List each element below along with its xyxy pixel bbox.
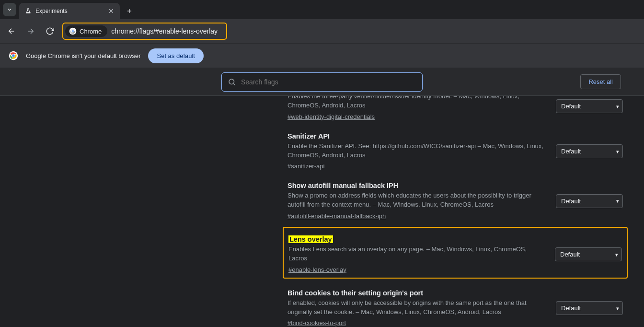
reset-all-button[interactable]: Reset all <box>580 74 621 89</box>
flag-title: Sanitizer API <box>288 132 545 140</box>
flag-state-select[interactable]: DefaultEnabledDisabled <box>555 247 622 261</box>
flag-item-highlighted: Lens overlayEnables Lens search via an o… <box>283 227 628 279</box>
flag-title-highlight: Lens overlay <box>288 235 333 243</box>
reload-icon <box>46 27 54 35</box>
flag-select-wrap: DefaultEnabledDisabled <box>556 96 628 121</box>
flag-text: Enables the three-party verifier/holder/… <box>283 96 548 121</box>
search-flags-input[interactable] <box>241 78 416 86</box>
flag-select-wrap: DefaultEnabledDisabled <box>556 182 628 220</box>
infobar-message: Google Chrome isn't your default browser <box>26 52 140 59</box>
address-bar-highlight: Chrome <box>62 23 227 40</box>
flag-description: If enabled, cookies will only be accessi… <box>288 299 545 317</box>
back-button[interactable] <box>5 24 18 38</box>
address-bar-input[interactable] <box>111 27 221 35</box>
flag-title: Lens overlay <box>288 235 544 243</box>
flag-anchor-link[interactable]: #autofill-enable-manual-fallback-iph <box>288 212 386 220</box>
flag-state-select[interactable]: DefaultEnabledDisabled <box>556 99 623 113</box>
flag-text: Show autofill manual fallback IPHShow a … <box>283 182 548 220</box>
flag-row: Enables the three-party verifier/holder/… <box>283 96 628 125</box>
svg-line-10 <box>233 83 235 85</box>
search-icon <box>228 78 236 86</box>
browser-toolbar: Chrome <box>0 19 644 43</box>
flag-row: Lens overlayEnables Lens search via an o… <box>284 228 627 278</box>
flag-item: Sanitizer APIEnable the Sanitizer API. S… <box>283 125 628 175</box>
flag-anchor-link[interactable]: #bind-cookies-to-port <box>288 319 346 327</box>
close-tab-button[interactable]: ✕ <box>108 7 114 15</box>
flag-select-wrap: DefaultEnabledDisabled <box>556 289 628 327</box>
flag-description: Show a promo on address fields which edu… <box>288 191 545 210</box>
chrome-origin-chip[interactable]: Chrome <box>65 25 107 37</box>
flag-state-select[interactable]: DefaultEnabledDisabled <box>556 194 623 208</box>
flags-content: Enables the three-party verifier/holder/… <box>0 96 644 327</box>
chrome-logo-icon <box>69 27 77 35</box>
flask-icon <box>25 8 32 14</box>
arrow-left-icon <box>7 27 16 35</box>
arrow-right-icon <box>26 27 35 35</box>
flag-select-wrap: DefaultEnabledDisabled <box>555 235 627 274</box>
flag-state-select[interactable]: DefaultEnabledDisabled <box>556 144 623 158</box>
flag-text: Bind cookies to their setting origin's p… <box>283 289 548 327</box>
reload-button[interactable] <box>43 24 57 38</box>
svg-point-5 <box>72 30 74 33</box>
flag-text: Lens overlayEnables Lens search via an o… <box>284 235 547 274</box>
search-flags-box[interactable] <box>221 72 423 92</box>
tab-search-button[interactable] <box>3 3 16 16</box>
flags-header: Reset all <box>0 68 644 96</box>
chrome-logo-icon <box>9 51 18 60</box>
browser-tab[interactable]: Experiments ✕ <box>19 3 120 19</box>
chrome-chip-label: Chrome <box>80 28 102 35</box>
flag-item: Bind cookies to their setting origin's p… <box>283 281 628 327</box>
flag-anchor-link[interactable]: #web-identity-digital-credentials <box>288 113 375 120</box>
flag-anchor-link[interactable]: #sanitizer-api <box>288 163 324 170</box>
chevron-down-icon <box>7 7 12 12</box>
svg-point-9 <box>229 79 234 84</box>
flag-title: Show autofill manual fallback IPH <box>288 182 545 189</box>
flag-select-wrap: DefaultEnabledDisabled <box>556 132 628 171</box>
default-browser-infobar: Google Chrome isn't your default browser… <box>0 43 644 68</box>
flag-row: Show autofill manual fallback IPHShow a … <box>283 174 628 224</box>
flag-row: Bind cookies to their setting origin's p… <box>283 281 628 327</box>
plus-icon <box>126 8 133 14</box>
flag-state-select[interactable]: DefaultEnabledDisabled <box>556 301 623 315</box>
flag-description: Enables Lens search via an overlay on an… <box>288 245 544 263</box>
flag-item: Enables the three-party verifier/holder/… <box>283 96 628 125</box>
flag-anchor-link[interactable]: #enable-lens-overlay <box>288 266 346 273</box>
flag-row: Sanitizer APIEnable the Sanitizer API. S… <box>283 125 628 175</box>
forward-button[interactable] <box>24 24 37 38</box>
set-default-button[interactable]: Set as default <box>148 48 204 63</box>
flag-title: Bind cookies to their setting origin's p… <box>288 289 545 297</box>
new-tab-button[interactable] <box>123 4 136 18</box>
flag-description: Enable the Sanitizer API. See: https://g… <box>288 142 545 160</box>
flag-description: Enables the three-party verifier/holder/… <box>288 96 545 110</box>
tab-strip: Experiments ✕ <box>0 0 644 19</box>
flag-item: Show autofill manual fallback IPHShow a … <box>283 174 628 224</box>
tab-title: Experiments <box>35 8 68 14</box>
flag-text: Sanitizer APIEnable the Sanitizer API. S… <box>283 132 548 171</box>
